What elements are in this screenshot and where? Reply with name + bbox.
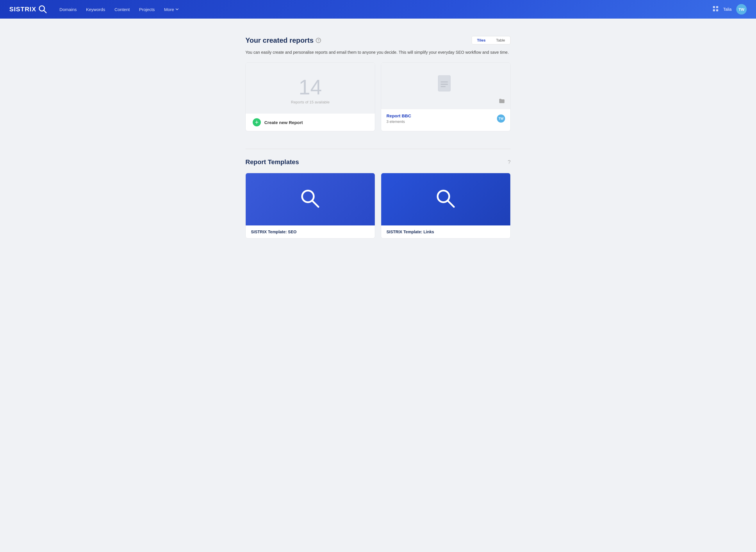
logo-search-icon — [37, 4, 48, 14]
logo-text: SISTRIX — [9, 6, 36, 13]
nav-username: Talia — [723, 7, 732, 12]
section-description: You can easily create and personalise re… — [245, 49, 511, 55]
help-icon[interactable]: ? — [316, 38, 321, 43]
grid-icon[interactable] — [713, 6, 719, 13]
svg-line-12 — [312, 201, 318, 207]
reports-section: Your created reports ? Tiles Table You c… — [245, 36, 511, 131]
svg-rect-4 — [713, 9, 715, 11]
table-view-button[interactable]: Table — [491, 36, 510, 44]
template-seo-image — [246, 173, 375, 226]
chevron-down-icon — [175, 8, 179, 11]
report-card-top — [381, 63, 510, 109]
template-links-label: SISTRIX Template: Links — [381, 226, 510, 238]
stats-card-top: 14 Reports of 15 available — [246, 63, 375, 114]
reports-cards-grid: 14 Reports of 15 available + Create new … — [245, 62, 511, 131]
folder-icon — [499, 98, 506, 106]
nav-content[interactable]: Content — [115, 7, 130, 12]
svg-rect-2 — [713, 6, 715, 8]
templates-help-icon[interactable]: ? — [508, 159, 511, 165]
report-info: Report BBC 3 elements — [387, 113, 411, 124]
nav-keywords[interactable]: Keywords — [86, 7, 105, 12]
file-icon — [435, 75, 456, 97]
navbar: SISTRIX Domains Keywords Content Project… — [0, 0, 756, 19]
reports-count: 14 — [299, 77, 322, 98]
create-report-button[interactable]: + Create new Report — [246, 114, 375, 131]
template-seo-label: SISTRIX Template: SEO — [246, 226, 375, 238]
report-name: Report BBC — [387, 113, 411, 118]
report-card-bottom: Report BBC 3 elements TW — [381, 109, 510, 128]
tiles-view-button[interactable]: Tiles — [472, 36, 491, 44]
section-title-row: Your created reports ? — [245, 36, 321, 44]
svg-rect-5 — [716, 9, 718, 11]
nav-more[interactable]: More — [164, 7, 179, 12]
links-search-icon — [434, 187, 457, 212]
nav-right: Talia TW — [713, 4, 747, 14]
template-seo-card[interactable]: SISTRIX Template: SEO — [245, 173, 375, 239]
stats-create-card: 14 Reports of 15 available + Create new … — [245, 62, 375, 131]
main-content: Your created reports ? Tiles Table You c… — [238, 19, 518, 250]
nav-links: Domains Keywords Content Projects More — [60, 7, 713, 12]
svg-rect-6 — [438, 76, 450, 91]
report-elements: 3 elements — [387, 119, 411, 124]
create-icon: + — [253, 118, 261, 126]
svg-line-1 — [44, 10, 46, 13]
reports-available-label: Reports of 15 available — [291, 100, 330, 104]
templates-title: Report Templates — [245, 158, 299, 166]
section-title: Your created reports — [245, 36, 313, 44]
templates-header: Report Templates ? — [245, 158, 511, 166]
view-toggle: Tiles Table — [472, 36, 511, 44]
report-card[interactable]: Report BBC 3 elements TW — [381, 62, 511, 131]
nav-avatar[interactable]: TW — [736, 4, 747, 14]
templates-grid: SISTRIX Template: SEO SISTRIX Template: … — [245, 173, 511, 239]
create-label: Create new Report — [264, 120, 303, 125]
template-links-image — [381, 173, 510, 226]
report-avatar: TW — [497, 115, 505, 123]
nav-domains[interactable]: Domains — [60, 7, 77, 12]
seo-search-icon — [299, 187, 322, 212]
svg-rect-3 — [716, 6, 718, 8]
template-links-card[interactable]: SISTRIX Template: Links — [381, 173, 511, 239]
templates-section: Report Templates ? SISTRIX Template: SEO — [245, 149, 511, 239]
svg-line-14 — [448, 201, 454, 207]
nav-more-label: More — [164, 7, 174, 12]
logo[interactable]: SISTRIX — [9, 4, 48, 14]
section-header: Your created reports ? Tiles Table — [245, 36, 511, 44]
nav-projects[interactable]: Projects — [139, 7, 155, 12]
